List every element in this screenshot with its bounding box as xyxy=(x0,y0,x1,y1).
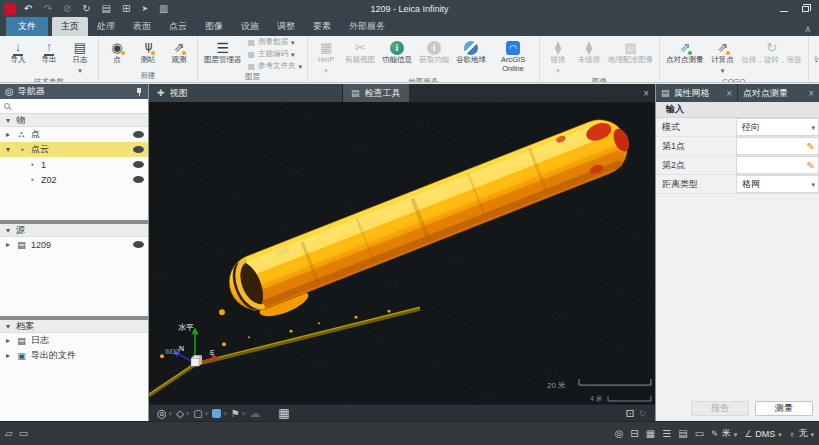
expander-icon[interactable] xyxy=(4,130,12,139)
close-icon[interactable] xyxy=(726,88,732,99)
pick-pencil-icon[interactable] xyxy=(807,141,815,152)
layout-window-icon[interactable] xyxy=(5,429,13,439)
report-button[interactable]: 报告 xyxy=(691,401,749,416)
tab-file[interactable]: 文件 xyxy=(6,17,48,36)
refresh-view-button[interactable] xyxy=(639,408,647,419)
crs-selector[interactable]: 无 xyxy=(789,427,814,440)
annotation-button[interactable] xyxy=(231,408,245,419)
collapse-ribbon-icon[interactable] xyxy=(804,24,811,36)
tab-surfaces[interactable]: 表面 xyxy=(124,17,160,36)
visibility-eye-icon[interactable] xyxy=(133,161,144,168)
window-layout-icon[interactable] xyxy=(122,4,130,14)
clip-view-button[interactable]: 剪裁视图 xyxy=(342,37,378,76)
visibility-eye-icon[interactable] xyxy=(133,146,144,153)
tree-item-points[interactable]: 点 xyxy=(0,127,148,142)
new-observation-button[interactable]: 观测 xyxy=(164,37,194,70)
compute-project-coordinates-button[interactable]: 计算项目坐标 xyxy=(812,37,819,70)
grid-toggle-button[interactable] xyxy=(278,406,289,420)
distance-unit-selector[interactable]: 米 xyxy=(711,427,737,440)
expander-icon[interactable] xyxy=(4,226,12,235)
tab-property-grid[interactable]: 属性网格 xyxy=(656,84,738,102)
expander-icon[interactable] xyxy=(4,322,12,331)
status-report-icon[interactable] xyxy=(678,429,687,439)
expander-icon[interactable] xyxy=(4,145,12,154)
import-button[interactable]: 导入 xyxy=(3,37,33,76)
tree-item-cloud-1[interactable]: 1 xyxy=(0,157,148,172)
pick-pencil-icon[interactable] xyxy=(807,160,815,171)
report-icon[interactable] xyxy=(102,4,111,14)
pin-icon[interactable] xyxy=(135,87,143,97)
google-earth-button[interactable]: 谷歌地球 xyxy=(453,37,489,76)
georeferenced-image-button[interactable]: 地理配准图像 xyxy=(605,37,656,76)
shift-rotate-scale-button[interactable]: 位移，旋转，缩放 xyxy=(739,37,805,76)
measure-button[interactable]: 测量 xyxy=(755,401,813,416)
tab-processing[interactable]: 处理 xyxy=(88,17,124,36)
tab-point-to-point[interactable]: 点对点测量 xyxy=(738,84,819,102)
cloud-display-button[interactable] xyxy=(249,407,260,420)
angle-unit-selector[interactable]: DMS xyxy=(744,429,782,439)
close-icon[interactable] xyxy=(637,84,655,102)
status-view-icon[interactable] xyxy=(615,429,624,439)
mode-select[interactable]: 径向 xyxy=(736,118,819,136)
point-to-point-measure-button[interactable]: 点对点测量 xyxy=(663,37,707,76)
status-window-icon[interactable] xyxy=(630,429,638,439)
tab-point-clouds[interactable]: 点云 xyxy=(160,17,196,36)
measurement-data-layer-item[interactable]: 测量数据 xyxy=(248,37,303,47)
print-icon[interactable] xyxy=(159,4,168,14)
view-mode-button[interactable] xyxy=(176,408,189,419)
distance-type-select[interactable]: 格网 xyxy=(736,175,819,193)
tab-inspection-tools[interactable]: 检查工具 xyxy=(342,84,409,102)
arcgis-online-button[interactable]: ArcGIS Online xyxy=(490,37,536,76)
expander-icon[interactable] xyxy=(4,116,12,125)
tab-imaging[interactable]: 图像 xyxy=(196,17,232,36)
visibility-eye-icon[interactable] xyxy=(133,176,144,183)
expander-icon[interactable] xyxy=(4,240,12,249)
display-settings-button[interactable] xyxy=(157,407,172,420)
expander-icon[interactable] xyxy=(4,336,12,345)
thematic-coding-layer-item[interactable]: 主题编码 xyxy=(248,49,303,59)
leica-logo-icon[interactable] xyxy=(4,3,16,15)
restore-button[interactable] xyxy=(802,6,809,12)
tab-view[interactable]: 视图 xyxy=(149,84,342,102)
tab-home[interactable]: 主页 xyxy=(52,17,88,36)
delete-icon[interactable] xyxy=(63,4,71,14)
zoom-fit-button[interactable] xyxy=(625,407,634,420)
get-features-button[interactable]: 获取功能 xyxy=(416,37,452,76)
tree-item-cloud-z02[interactable]: Z02 xyxy=(0,172,148,187)
layout-panel-icon[interactable] xyxy=(19,429,28,439)
point2-field[interactable] xyxy=(736,156,819,174)
visibility-eye-icon[interactable] xyxy=(133,131,144,138)
unlink-image-button[interactable]: 未链接 xyxy=(574,37,604,76)
tab-infrastructure[interactable]: 设施 xyxy=(232,17,268,36)
tab-adjustments[interactable]: 调整 xyxy=(268,17,304,36)
viewport-canvas[interactable]: 水平 N E IM32 20 米 4 米 xyxy=(149,102,655,404)
layer-manager-button[interactable]: 图层管理器 xyxy=(201,37,245,71)
tree-item-1209[interactable]: 1209 xyxy=(0,237,148,252)
visibility-eye-icon[interactable] xyxy=(133,241,144,248)
status-layers-icon[interactable] xyxy=(662,429,671,439)
expander-icon[interactable] xyxy=(4,351,12,360)
tree-item-point-clouds[interactable]: 点云 xyxy=(0,142,148,157)
feature-info-button[interactable]: 功能信息 xyxy=(379,37,415,76)
new-point-button[interactable]: 点 xyxy=(102,37,132,70)
redo-icon[interactable] xyxy=(43,4,51,14)
close-icon[interactable] xyxy=(808,88,814,99)
status-folder-icon[interactable] xyxy=(695,429,704,439)
journal-button[interactable]: 日志 xyxy=(65,37,95,76)
refresh-icon[interactable] xyxy=(82,4,90,14)
minimize-button[interactable] xyxy=(780,11,788,12)
status-grid-icon[interactable] xyxy=(646,429,655,439)
reference-folder-layer-item[interactable]: 参考文件夹 xyxy=(248,61,303,71)
search-input[interactable] xyxy=(14,101,144,111)
viewport-3d[interactable]: 水平 N E IM32 20 米 4 米 xyxy=(149,102,655,404)
send-icon[interactable] xyxy=(141,3,148,14)
section-archive[interactable]: 档案 xyxy=(0,320,148,333)
cube-view-button[interactable] xyxy=(212,408,227,418)
export-button[interactable]: 导出 xyxy=(34,37,64,76)
section-objects[interactable]: 物 xyxy=(0,114,148,127)
compute-point-button[interactable]: 计算点 xyxy=(708,37,738,76)
tab-external-services[interactable]: 外部服务 xyxy=(340,17,394,36)
hxip-button[interactable]: HxIP xyxy=(311,37,341,76)
link-image-button[interactable]: 链接 xyxy=(543,37,573,76)
tree-item-exported-files[interactable]: 导出的文件 xyxy=(0,348,148,363)
